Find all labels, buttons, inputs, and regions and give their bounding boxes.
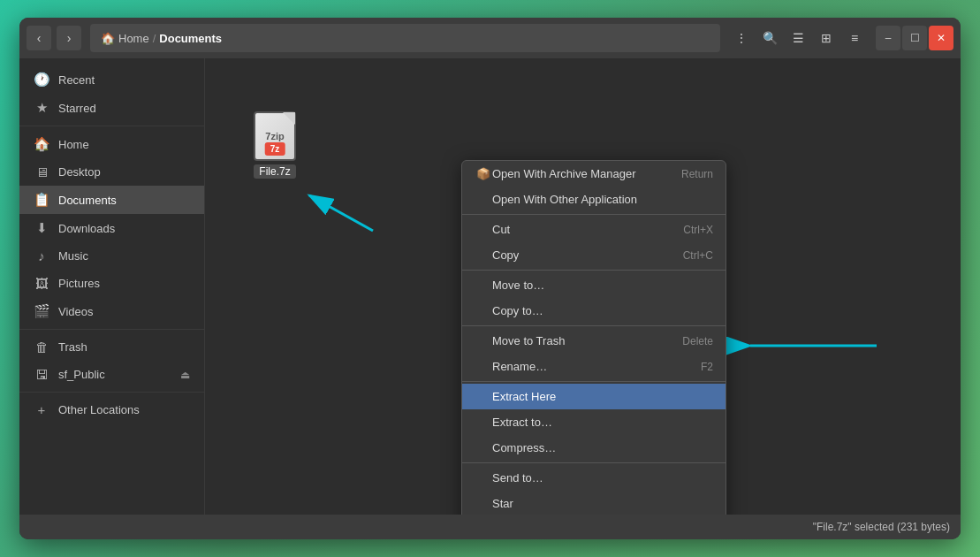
- file-7z[interactable]: 7zip 7z File.7z: [254, 111, 296, 179]
- ctx-copy-to[interactable]: Copy to…: [462, 298, 726, 324]
- sidebar-item-recent[interactable]: 🕐 Recent: [19, 65, 204, 94]
- ctx-move-trash[interactable]: Move to Trash Delete: [462, 328, 726, 354]
- statusbar-text: "File.7z" selected (231 bytes): [813, 521, 950, 533]
- sf-public-icon: 🖫: [34, 367, 49, 382]
- sidebar-item-desktop[interactable]: 🖥 Desktop: [19, 158, 204, 186]
- more-options-button[interactable]: ⋮: [729, 26, 754, 50]
- ctx-move-to[interactable]: Move to…: [462, 272, 726, 298]
- ctx-open-archive-label: Open With Archive Manager: [492, 167, 681, 180]
- ctx-rename[interactable]: Rename… F2: [462, 354, 726, 379]
- trash-icon: 🗑: [34, 340, 49, 355]
- sidebar-divider-3: [19, 392, 204, 393]
- starred-icon: ★: [34, 100, 49, 116]
- sidebar-item-home[interactable]: 🏠 Home: [19, 130, 204, 158]
- ctx-star[interactable]: Star: [462, 491, 726, 515]
- ctx-send-to-label: Send to…: [492, 471, 713, 485]
- sidebar-divider-2: [19, 329, 204, 330]
- ctx-extract-to[interactable]: Extract to…: [462, 409, 726, 435]
- sidebar-label-documents: Documents: [58, 194, 117, 207]
- ctx-compress[interactable]: Compress…: [462, 435, 726, 461]
- sidebar-label-desktop: Desktop: [58, 165, 101, 179]
- ctx-divider-3: [462, 325, 726, 326]
- sidebar-item-other-locations[interactable]: + Other Locations: [19, 396, 204, 423]
- titlebar-actions: ⋮ 🔍 ☰ ⊞ ≡: [729, 26, 867, 50]
- minimize-button[interactable]: –: [876, 26, 900, 50]
- maximize-button[interactable]: ☐: [902, 26, 927, 50]
- recent-icon: 🕐: [34, 72, 49, 88]
- file-badge: 7z: [265, 142, 285, 156]
- breadcrumb-home[interactable]: Home: [118, 32, 149, 45]
- context-menu: 📦 Open With Archive Manager Return Open …: [461, 160, 726, 515]
- sidebar-item-downloads[interactable]: ⬇ Downloads: [19, 214, 204, 242]
- ctx-divider-2: [462, 270, 726, 271]
- forward-button[interactable]: ›: [57, 26, 81, 50]
- ctx-open-archive[interactable]: 📦 Open With Archive Manager Return: [462, 161, 726, 187]
- view-dropdown-button[interactable]: ⊞: [814, 26, 839, 50]
- sidebar-item-starred[interactable]: ★ Starred: [19, 94, 204, 122]
- ctx-copy[interactable]: Copy Ctrl+C: [462, 242, 726, 268]
- eject-icon[interactable]: ⏏: [180, 369, 190, 381]
- ctx-extract-here[interactable]: Extract Here: [462, 384, 726, 409]
- sidebar-item-music[interactable]: ♪ Music: [19, 242, 204, 270]
- ctx-extract-to-label: Extract to…: [492, 416, 713, 429]
- sidebar-label-music: Music: [58, 249, 88, 263]
- ctx-send-to[interactable]: Send to…: [462, 465, 726, 491]
- ctx-star-label: Star: [492, 497, 713, 510]
- file-manager-window: ‹ › 🏠 Home / Documents ⋮ 🔍 ☰ ⊞ ≡ – ☐ ✕ 🕐…: [19, 18, 961, 539]
- pictures-icon: 🖼: [34, 276, 49, 291]
- ctx-move-to-label: Move to…: [492, 278, 713, 292]
- sidebar-item-pictures[interactable]: 🖼 Pictures: [19, 270, 204, 297]
- ctx-open-other-label: Open With Other Application: [492, 193, 713, 206]
- videos-icon: 🎬: [34, 303, 49, 319]
- breadcrumb-current: Documents: [159, 32, 222, 45]
- zip-text: 7zip: [265, 131, 284, 141]
- titlebar: ‹ › 🏠 Home / Documents ⋮ 🔍 ☰ ⊞ ≡ – ☐ ✕: [19, 18, 961, 58]
- ctx-divider-5: [462, 462, 726, 463]
- main-content: 7zip 7z File.7z: [205, 58, 961, 515]
- home-breadcrumb-icon: 🏠: [101, 32, 115, 45]
- ctx-cut[interactable]: Cut Ctrl+X: [462, 217, 726, 242]
- ctx-divider-4: [462, 381, 726, 382]
- back-button[interactable]: ‹: [27, 26, 51, 50]
- sidebar-label-home: Home: [58, 138, 89, 151]
- ctx-open-archive-shortcut: Return: [681, 168, 713, 180]
- breadcrumb-separator: /: [153, 32, 156, 45]
- content-area: 🕐 Recent ★ Starred 🏠 Home 🖥 Desktop 📋 Do…: [19, 58, 961, 515]
- ctx-copy-shortcut: Ctrl+C: [683, 249, 713, 262]
- sidebar-label-sf-public: sf_Public: [58, 368, 105, 381]
- documents-icon: 📋: [34, 192, 49, 208]
- statusbar: "File.7z" selected (231 bytes): [19, 515, 961, 539]
- other-locations-icon: +: [34, 402, 49, 417]
- ctx-copy-label: Copy: [492, 248, 683, 262]
- ctx-open-other[interactable]: Open With Other Application: [462, 187, 726, 212]
- ctx-rename-label: Rename…: [492, 360, 701, 373]
- sidebar-item-sf-public[interactable]: 🖫 sf_Public ⏏: [19, 361, 204, 388]
- sidebar-item-videos[interactable]: 🎬 Videos: [19, 297, 204, 325]
- archive-icon: 📦: [475, 167, 492, 180]
- window-controls: – ☐ ✕: [876, 26, 953, 50]
- view-other-button[interactable]: ≡: [842, 26, 867, 50]
- close-button[interactable]: ✕: [929, 26, 953, 50]
- view-list-button[interactable]: ☰: [786, 26, 810, 50]
- desktop-icon: 🖥: [34, 164, 49, 179]
- ctx-compress-label: Compress…: [492, 441, 713, 454]
- ctx-cut-label: Cut: [492, 223, 683, 236]
- sidebar-label-starred: Starred: [58, 102, 96, 115]
- breadcrumb-bar: 🏠 Home / Documents: [90, 24, 720, 52]
- file-icon-7z: 7zip 7z: [254, 111, 296, 161]
- ctx-rename-shortcut: F2: [701, 361, 713, 373]
- ctx-move-trash-shortcut: Delete: [682, 335, 713, 347]
- sidebar: 🕐 Recent ★ Starred 🏠 Home 🖥 Desktop 📋 Do…: [19, 58, 205, 515]
- sidebar-label-downloads: Downloads: [58, 222, 115, 235]
- file-name-label: File.7z: [254, 164, 295, 179]
- sidebar-item-trash[interactable]: 🗑 Trash: [19, 333, 204, 361]
- ctx-cut-shortcut: Ctrl+X: [683, 224, 713, 236]
- ctx-divider-1: [462, 214, 726, 215]
- sidebar-item-documents[interactable]: 📋 Documents: [19, 186, 204, 214]
- search-button[interactable]: 🔍: [757, 26, 782, 50]
- ctx-move-trash-label: Move to Trash: [492, 334, 682, 347]
- sidebar-label-videos: Videos: [58, 305, 94, 318]
- svg-line-2: [309, 195, 373, 231]
- sidebar-label-other-locations: Other Locations: [58, 403, 140, 416]
- sidebar-label-pictures: Pictures: [58, 277, 100, 290]
